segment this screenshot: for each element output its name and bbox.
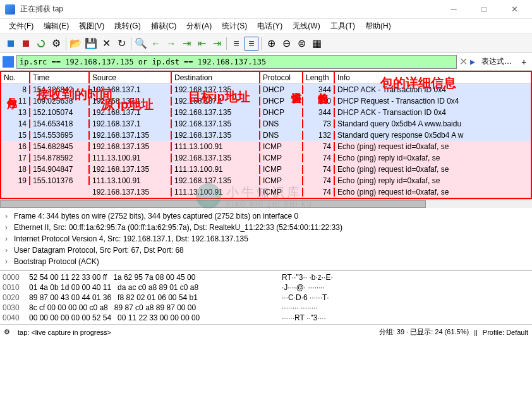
colorize-icon[interactable]: ≡ bbox=[245, 37, 258, 51]
detail-row[interactable]: ›Ethernet II, Src: 00:ff:1a:62:95:7a (00… bbox=[5, 222, 527, 233]
packet-count: 分组: 39 · 已显示: 24 (61.5%) bbox=[379, 327, 469, 337]
expression-button[interactable]: 表达式… bbox=[478, 56, 516, 67]
watermark: 小牛知识库 XIAO NIU ZHI SHI KU bbox=[196, 183, 313, 209]
open-icon[interactable]: 📂 bbox=[69, 37, 83, 51]
col-time[interactable]: Time bbox=[30, 72, 90, 83]
detail-row[interactable]: ›User Datagram Protocol, Src Port: 67, D… bbox=[5, 245, 527, 256]
packet-row[interactable]: 14154.653418192.168.137.1192.168.137.135… bbox=[1, 118, 531, 130]
save-icon[interactable]: 💾 bbox=[84, 37, 98, 51]
packet-row[interactable]: 15154.553695192.168.137.135192.168.137.1… bbox=[1, 130, 531, 141]
window-title: 正在捕获 tap bbox=[20, 4, 441, 15]
detail-row[interactable]: ›Frame 4: 344 bytes on wire (2752 bits),… bbox=[5, 210, 527, 222]
menu-item[interactable]: 分析(A) bbox=[183, 20, 215, 33]
menu-item[interactable]: 帮助(H) bbox=[361, 20, 395, 33]
detail-row[interactable]: ›Bootstrap Protocol (ACK) bbox=[5, 256, 527, 267]
profile-name[interactable]: Profile: Default bbox=[483, 329, 528, 336]
detail-row[interactable]: ›Internet Protocol Version 4, Src: 192.1… bbox=[5, 233, 527, 245]
packet-row[interactable]: 18154.904847192.168.137.135111.13.100.91… bbox=[1, 164, 531, 175]
hex-dump[interactable]: 000052 54 00 11 22 33 00 ff 1a 62 95 7a … bbox=[0, 270, 532, 324]
clear-filter-icon[interactable]: ✕ bbox=[459, 56, 468, 68]
titlebar: 正在捕获 tap ─ □ ✕ bbox=[0, 0, 532, 19]
start-capture-icon[interactable] bbox=[4, 37, 18, 51]
menu-item[interactable]: 编辑(E) bbox=[40, 20, 73, 33]
capture-status: tap: <live capture in progress> bbox=[18, 329, 111, 336]
stop-capture-icon[interactable] bbox=[19, 37, 33, 51]
packet-row[interactable]: 8154.326842192.168.137.1192.168.137.135D… bbox=[1, 84, 531, 95]
hex-row[interactable]: 001001 4a 0b 1d 00 00 40 11 da ac c0 a8 … bbox=[3, 282, 529, 293]
packet-details[interactable]: ›Frame 4: 344 bytes on wire (2752 bits),… bbox=[0, 208, 532, 270]
menu-item[interactable]: 无线(W) bbox=[289, 20, 323, 33]
menu-item[interactable]: 文件(F) bbox=[5, 20, 37, 33]
columns-icon[interactable]: ▦ bbox=[310, 37, 323, 51]
menu-item[interactable]: 统计(S) bbox=[218, 20, 251, 33]
forward-icon[interactable]: → bbox=[164, 37, 178, 51]
packet-row[interactable]: 17154.878592111.13.100.91192.168.137.135… bbox=[1, 152, 531, 164]
menu-item[interactable]: 捕获(C) bbox=[147, 20, 181, 33]
hex-row[interactable]: 000052 54 00 11 22 33 00 ff 1a 62 95 7a … bbox=[3, 272, 529, 282]
col-no[interactable]: No. bbox=[1, 72, 30, 83]
reload-icon[interactable]: ↻ bbox=[114, 37, 128, 51]
add-filter-button[interactable]: + bbox=[518, 56, 529, 68]
bookmark-icon[interactable] bbox=[3, 56, 14, 68]
maximize-button[interactable]: □ bbox=[471, 1, 497, 18]
packet-row[interactable]: 16154.682845192.168.137.135111.13.100.91… bbox=[1, 141, 531, 152]
svg-marker-0 bbox=[8, 40, 14, 47]
restart-capture-icon[interactable] bbox=[34, 37, 48, 51]
apply-filter-icon[interactable]: ▸ bbox=[470, 56, 475, 68]
zoom-out-icon[interactable]: ⊖ bbox=[279, 37, 293, 51]
svg-rect-1 bbox=[23, 40, 29, 47]
hex-row[interactable]: 00308c cf 00 00 00 00 c0 a8 89 87 c0 a8 … bbox=[3, 303, 529, 313]
packet-header: No. Time Source Destination Protocol Len… bbox=[1, 72, 531, 84]
minimize-button[interactable]: ─ bbox=[441, 1, 466, 18]
menubar: 文件(F)编辑(E)视图(V)跳转(G)捕获(C)分析(A)统计(S)电话(Y)… bbox=[0, 19, 532, 34]
back-icon[interactable]: ← bbox=[149, 37, 163, 51]
filter-input[interactable] bbox=[16, 55, 457, 69]
autoscroll-icon[interactable]: ≡ bbox=[229, 37, 243, 51]
app-logo bbox=[5, 4, 15, 15]
menu-item[interactable]: 工具(T) bbox=[327, 20, 359, 33]
close-file-icon[interactable]: ✕ bbox=[99, 37, 113, 51]
col-protocol[interactable]: Protocol bbox=[260, 72, 303, 83]
hex-row[interactable]: 002089 87 00 43 00 44 01 36 f8 82 02 01 … bbox=[3, 293, 529, 303]
menu-item[interactable]: 电话(Y) bbox=[253, 20, 286, 33]
packet-list[interactable]: No. Time Source Destination Protocol Len… bbox=[0, 71, 532, 199]
toolbar: ⚙ 📂 💾 ✕ ↻ 🔍 ← → ⇥ ⇤ ⇥ ≡ ≡ ⊕ ⊖ ⊜ ▦ bbox=[0, 34, 532, 53]
packet-row[interactable]: 13152.105074192.168.137.1192.168.137.135… bbox=[1, 107, 531, 118]
last-icon[interactable]: ⇥ bbox=[210, 37, 224, 51]
col-info[interactable]: Info bbox=[335, 72, 531, 83]
col-length[interactable]: Length bbox=[303, 72, 335, 83]
close-button[interactable]: ✕ bbox=[502, 1, 527, 18]
filter-bar: ✕ ▸ 表达式… + bbox=[0, 53, 532, 71]
menu-item[interactable]: 视图(V) bbox=[75, 20, 108, 33]
gear-icon[interactable]: ⚙ bbox=[4, 328, 13, 337]
zoom-in-icon[interactable]: ⊕ bbox=[264, 37, 278, 51]
col-source[interactable]: Source bbox=[90, 72, 172, 83]
jump-icon[interactable]: ⇥ bbox=[179, 37, 193, 51]
first-icon[interactable]: ⇤ bbox=[195, 37, 209, 51]
packet-row[interactable]: 11109.025638192.168.137.1192.168.137.1DH… bbox=[1, 95, 531, 107]
find-icon[interactable]: 🔍 bbox=[134, 37, 148, 51]
col-destination[interactable]: Destination bbox=[172, 72, 260, 83]
statusbar: ⚙ tap: <live capture in progress> 分组: 39… bbox=[0, 324, 532, 339]
zoom-reset-icon[interactable]: ⊜ bbox=[294, 37, 308, 51]
hex-row[interactable]: 004000 00 00 00 00 00 52 54 00 11 22 33 … bbox=[3, 313, 529, 323]
options-icon[interactable]: ⚙ bbox=[49, 37, 63, 51]
menu-item[interactable]: 跳转(G) bbox=[111, 20, 144, 33]
